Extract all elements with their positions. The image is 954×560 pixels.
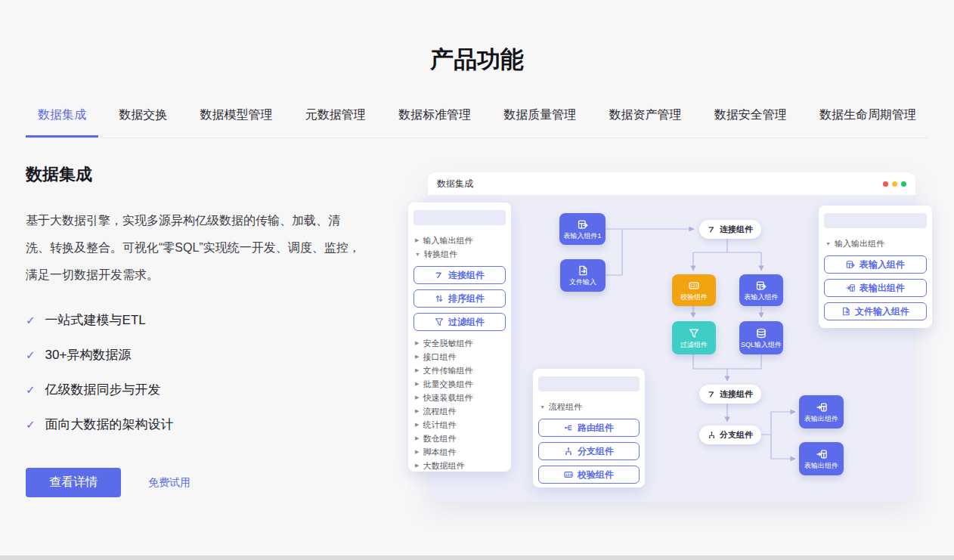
tool-filter: 过滤组件 [414,313,506,331]
connector-icon [435,271,444,280]
view-details-button[interactable]: 查看详情 [26,468,121,497]
tool-table-output: 表输出组件 [824,279,927,297]
page-title: 产品功能 [0,44,954,76]
table-output-icon [816,402,827,413]
connector-icon [708,225,716,234]
bullet-item: ✓ 一站式建模与ETL [26,311,361,329]
tool-validate: 校验组件 [538,466,640,484]
bullet-label: 30+异构数据源 [45,346,132,364]
tab-data-standard-mgmt[interactable]: 数据标准管理 [386,101,483,138]
flow-node-sql-input: SQL输入组件 [739,321,783,354]
flow-node-validate: 校验组件 [672,274,716,306]
minimize-icon [892,181,897,187]
feature-heading: 数据集成 [26,163,361,186]
group-script-components: ▶脚本组件 [414,445,506,459]
check-icon: ✓ [26,348,36,362]
group-process-components: ▶流程组件 [414,404,506,418]
check-icon: ✓ [26,383,36,397]
process-components-panel: ▼ 流程组件 路由组件 分支组件 校验组件 [533,369,645,487]
tab-data-quality-mgmt[interactable]: 数据质量管理 [491,101,588,138]
caret-down-icon: ▼ [825,241,831,246]
tool-connector: 连接组件 [414,266,506,284]
flow-node-file-input: 文件输入 [560,259,606,292]
file-input-icon [841,307,850,316]
demo-window-title: 数据集成 [437,178,473,190]
check-icon: ✓ [26,314,36,327]
bullet-item: ✓ 面向大数据的架构设计 [26,416,361,433]
feature-description: 基于大数据引擎，实现多源异构亿级数据的传输、加载、清洗、转换及整合。可视化“零S… [26,207,361,289]
group-transform-components: ▼ 转换组件 [414,247,506,261]
tool-table-input: 表输入组件 [824,255,927,274]
demo-window-titlebar: 数据集成 [428,172,915,195]
group-statistics-components: ▶统计组件 [414,418,506,432]
tool-route: 路由组件 [538,419,640,437]
group-io-components: ▶ 输入输出组件 [414,234,506,247]
page-bottom-divider [0,555,954,560]
traffic-lights [883,181,906,187]
tab-data-exchange[interactable]: 数据交换 [107,101,179,138]
filter-icon [689,328,699,339]
tab-data-model-mgmt[interactable]: 数据模型管理 [188,101,285,138]
free-trial-link[interactable]: 免费试用 [148,476,190,490]
database-icon [756,328,767,339]
component-search-input [538,376,640,391]
tool-file-input: 文件输入组件 [824,302,927,320]
close-icon [883,181,888,187]
caret-down-icon: ▼ [415,252,420,257]
group-bigdata-components: ▶大数据组件 [414,459,506,472]
branch-icon [564,447,573,456]
flow-node-branch: 分支组件 [699,425,761,444]
io-components-panel: ▼ 输入输出组件 表输入组件 表输出组件 文件输入组件 [819,206,932,328]
component-library-panel: ▶ 输入输出组件 ▼ 转换组件 连接组件 排序组件 过滤组件 ▶安全脱敏组件 ▶… [408,203,511,472]
group-process-components: ▼ 流程组件 [538,400,640,413]
validate-icon [689,280,699,291]
flow-node-table-input-2: 表输入组件 [739,274,783,306]
bullet-label: 一站式建模与ETL [45,311,146,329]
feature-bullet-list: ✓ 一站式建模与ETL ✓ 30+异构数据源 ✓ 亿级数据同步与开发 ✓ 面向大… [26,311,361,433]
file-input-icon [578,265,588,276]
feature-tabs: 数据集成 数据交换 数据模型管理 元数据管理 数据标准管理 数据质量管理 数据资… [26,101,928,138]
group-io-components: ▼ 输入输出组件 [824,237,927,250]
caret-down-icon: ▼ [540,404,545,410]
flow-node-table-input-1: 表输入组件1 [559,213,606,245]
flow-node-table-output-1: 表输出组件 [799,395,844,429]
tab-data-security-mgmt[interactable]: 数据安全管理 [702,101,799,138]
flow-node-connector-1: 连接组件 [699,220,761,239]
table-input-icon [846,260,855,269]
bullet-item: ✓ 亿级数据同步与开发 [26,381,361,398]
group-file-transfer-components: ▶文件传输组件 [414,364,506,377]
flow-node-table-output-2: 表输出组件 [799,442,844,475]
branch-icon [708,431,716,439]
tab-metadata-mgmt[interactable]: 元数据管理 [293,101,378,138]
table-input-icon [756,280,767,291]
bullet-label: 面向大数据的架构设计 [45,416,174,433]
group-batch-exchange-components: ▶批量交换组件 [414,377,506,391]
bullet-label: 亿级数据同步与开发 [45,381,161,398]
sort-icon [435,294,444,303]
tab-data-asset-mgmt[interactable]: 数据资产管理 [597,101,694,138]
table-output-icon [846,283,855,292]
component-search-input [414,210,506,225]
check-icon: ✓ [26,418,36,432]
expand-icon [901,181,906,187]
table-output-icon [816,449,827,459]
validate-icon [564,470,573,479]
bullet-item: ✓ 30+异构数据源 [26,346,361,364]
filter-icon [435,317,444,326]
flow-node-connector-2: 连接组件 [699,385,761,404]
table-input-icon [578,219,588,230]
tab-data-lifecycle-mgmt[interactable]: 数据生命周期管理 [807,101,928,138]
group-warehouse-components: ▶数仓组件 [414,432,506,445]
product-demo-illustration: 数据集成 [408,172,932,503]
feature-description-column: 数据集成 基于大数据引擎，实现多源异构亿级数据的传输、加载、清洗、转换及整合。可… [26,163,361,497]
connector-icon [708,390,716,398]
caret-right-icon: ▶ [415,237,419,243]
group-masking-components: ▶安全脱敏组件 [414,336,506,350]
tool-sort: 排序组件 [414,289,506,308]
tool-branch: 分支组件 [538,442,640,460]
flow-node-filter: 过滤组件 [672,321,716,354]
route-icon [564,423,573,432]
component-search-input [824,213,927,228]
tab-data-integration[interactable]: 数据集成 [26,101,98,138]
group-api-components: ▶接口组件 [414,350,506,364]
